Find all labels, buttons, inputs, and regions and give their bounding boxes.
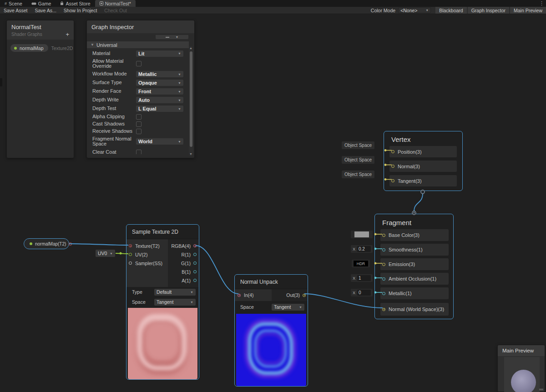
scroll-up-icon[interactable]: ▲ <box>189 46 193 50</box>
property-pill-normalmap[interactable]: normalMap <box>10 44 48 52</box>
blackboard-toggle-button[interactable]: Blackboard <box>435 7 467 14</box>
dropdown-value: Opaque <box>138 80 157 85</box>
metallic-widget[interactable]: X0 <box>351 289 373 297</box>
space-dropdown[interactable]: Tangent ▼ <box>154 299 196 306</box>
emission-port[interactable] <box>382 263 385 266</box>
b-output-port[interactable] <box>193 270 197 273</box>
normalmap-output-port[interactable] <box>69 242 72 246</box>
color-mode-dropdown[interactable]: <None> ▼ <box>398 7 431 13</box>
object-space-dropdown[interactable]: Object Space <box>342 141 374 149</box>
metallic-value-field[interactable]: 0 <box>357 290 371 296</box>
scrollbar-thumb[interactable] <box>190 51 192 147</box>
graph-inspector-header[interactable]: Graph Inspector <box>87 20 194 33</box>
node-normal-unpack[interactable]: Normal Unpack In(4) Out(3) Space Tangent… <box>234 274 308 387</box>
out-port[interactable] <box>303 294 306 297</box>
fragment-normal-space-dropdown[interactable]: World▼ <box>136 138 183 145</box>
section-universal[interactable]: ▼ Universal <box>87 41 189 48</box>
inspector-scrollbar[interactable]: ▲ ▼ <box>189 46 193 156</box>
normal-world-space-port[interactable] <box>382 308 385 311</box>
row-label: Alpha Clipping <box>92 114 136 120</box>
position-space-widget[interactable]: Object Space <box>342 141 374 149</box>
property-type-label: Texture2D <box>51 45 73 51</box>
a-output-port[interactable] <box>193 279 197 282</box>
color-swatch[interactable] <box>354 231 369 237</box>
in-port[interactable] <box>238 294 241 297</box>
space-dropdown[interactable]: Tangent ▼ <box>272 304 304 311</box>
show-in-project-button[interactable]: Show In Project <box>60 7 101 14</box>
base-color-port[interactable] <box>382 234 385 237</box>
sampler-input-port[interactable] <box>129 261 132 265</box>
type-dropdown[interactable]: Default ▼ <box>154 289 196 296</box>
depth-test-dropdown[interactable]: L Equal▼ <box>136 106 183 112</box>
tab-game-label: Game <box>38 1 51 6</box>
depth-write-dropdown[interactable]: Auto▼ <box>136 97 183 103</box>
hdr-color-field[interactable]: HDR <box>354 261 368 266</box>
add-property-button[interactable]: + <box>66 32 69 37</box>
main-preview-toggle-button[interactable]: Main Preview <box>510 7 546 14</box>
metallic-port[interactable] <box>382 292 385 295</box>
tab-scene[interactable]: # Scene <box>0 0 27 7</box>
r-output-port[interactable] <box>193 253 197 256</box>
ambient-occlusion-port[interactable] <box>382 277 385 281</box>
alpha-clipping-checkbox[interactable] <box>136 114 142 120</box>
output-row-rgba: RGBA(4) <box>168 241 197 250</box>
save-as-button[interactable]: Save As... <box>31 7 60 14</box>
blackboard-header[interactable]: NormalTest Shader Graphs + <box>7 20 74 40</box>
output-row-g: G(1) <box>168 259 197 267</box>
clipped-dropdown[interactable]: ▼ <box>156 35 188 39</box>
node-sample-texture-2d[interactable]: Sample Texture 2D Texture(T2) UV(2) Samp… <box>126 224 199 380</box>
axis-label: X <box>353 276 355 281</box>
smoothness-widget[interactable]: X0.2 <box>351 245 373 253</box>
tangent-port[interactable] <box>391 179 394 182</box>
tab-game[interactable]: Game <box>27 0 56 7</box>
input-row-uv: UV(2) <box>126 250 168 259</box>
main-preview-header[interactable]: Main Preview <box>498 345 545 356</box>
space-label: Space <box>240 304 254 310</box>
dropdown-caret-icon: ▼ <box>425 9 429 12</box>
rgba-output-port[interactable] <box>193 244 197 247</box>
resize-grip-icon[interactable] <box>539 389 543 390</box>
render-face-dropdown[interactable]: Front▼ <box>136 88 183 95</box>
tab-asset-store[interactable]: Asset Store <box>56 0 95 7</box>
window-menu-icon[interactable]: ⋮ <box>539 0 544 6</box>
base-color-widget[interactable] <box>351 231 373 238</box>
surface-type-dropdown[interactable]: Opaque▼ <box>136 80 183 86</box>
smoothness-port[interactable] <box>382 248 385 251</box>
clear-coat-checkbox[interactable] <box>136 150 142 155</box>
node-vertex[interactable]: Vertex Position(3) Normal(3) Tangent(3) … <box>384 131 463 191</box>
object-space-dropdown[interactable]: Object Space <box>342 156 374 164</box>
node-normalmap-property[interactable]: normalMap(T2) <box>24 238 69 249</box>
node-fragment[interactable]: Fragment Base Color(3) Smoothness(1) Emi… <box>374 214 454 319</box>
cast-shadows-checkbox[interactable] <box>136 121 142 127</box>
game-controller-icon <box>31 2 36 5</box>
uv-channel-dropdown[interactable]: UV0 ▼ <box>96 250 115 257</box>
emission-widget[interactable]: HDR <box>352 260 370 267</box>
main-preview-viewport[interactable] <box>504 357 540 392</box>
tab-shader-graph-label: NormalTest* <box>105 1 131 6</box>
allow-material-override-checkbox[interactable] <box>136 61 142 66</box>
g-output-port[interactable] <box>193 261 197 265</box>
tab-shader-graph[interactable]: NormalTest* <box>95 0 136 7</box>
normal-unpack-preview-image <box>236 314 306 386</box>
normal-port[interactable] <box>391 165 394 168</box>
dropdown-value: UV0 <box>98 251 107 256</box>
ambient-occlusion-value-field[interactable]: 1 <box>357 275 371 281</box>
position-port[interactable] <box>391 150 394 153</box>
tangent-space-widget[interactable]: Object Space <box>342 171 374 178</box>
graph-inspector-toggle-button[interactable]: Graph Inspector <box>468 7 509 14</box>
dropdown-caret-icon: ▼ <box>178 73 181 76</box>
object-space-dropdown[interactable]: Object Space <box>342 171 374 178</box>
workflow-mode-dropdown[interactable]: Metallic▼ <box>136 71 183 77</box>
ambient-occlusion-widget[interactable]: X1 <box>351 274 373 282</box>
save-asset-button[interactable]: Save Asset <box>0 7 31 14</box>
smoothness-value-field[interactable]: 0.2 <box>357 246 371 252</box>
normal-space-widget[interactable]: Object Space <box>342 156 374 164</box>
receive-shadows-checkbox[interactable] <box>136 129 142 134</box>
texture-input-port[interactable] <box>129 244 132 247</box>
normal-unpack-node-title: Normal Unpack <box>235 275 308 289</box>
space-row: Space Tangent ▼ <box>235 301 308 313</box>
slot-label: Metallic(1) <box>389 291 412 296</box>
material-dropdown[interactable]: Lit▼ <box>136 50 183 57</box>
uv-input-port[interactable] <box>129 253 132 256</box>
scroll-down-icon[interactable]: ▼ <box>189 152 193 156</box>
